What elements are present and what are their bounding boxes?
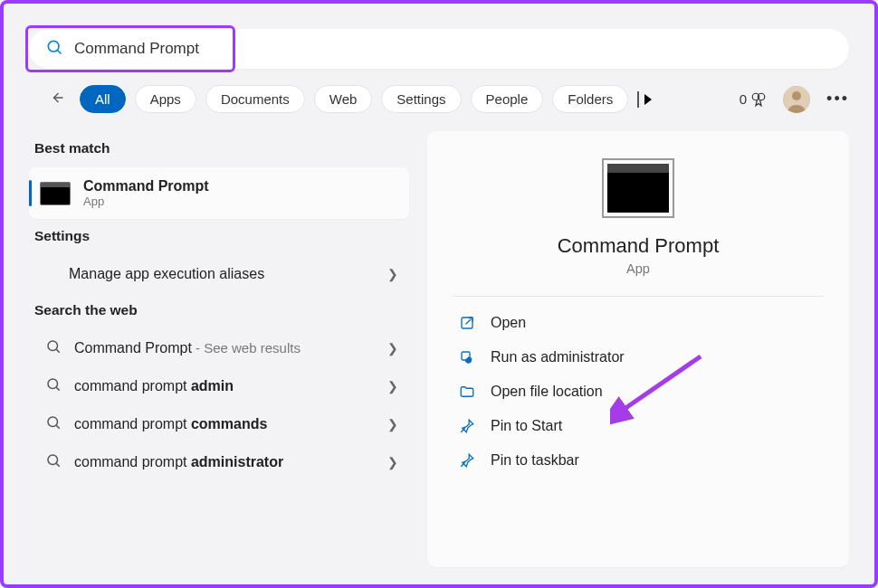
divider-icon <box>637 91 639 108</box>
svg-point-6 <box>48 341 58 351</box>
settings-item-label: Manage app execution aliases <box>69 266 264 282</box>
open-icon <box>458 315 476 331</box>
avatar[interactable] <box>783 86 810 113</box>
rewards-badge[interactable]: 0 <box>740 91 767 108</box>
svg-point-5 <box>792 91 801 100</box>
divider <box>453 296 824 297</box>
best-match-title: Command Prompt <box>83 178 209 194</box>
action-pin-start[interactable]: Pin to Start <box>453 409 824 443</box>
search-icon <box>45 338 62 358</box>
action-label: Open file location <box>491 384 603 400</box>
svg-point-8 <box>48 379 58 389</box>
command-prompt-icon <box>40 182 71 205</box>
svg-point-0 <box>48 41 59 52</box>
search-icon <box>45 414 62 434</box>
more-button[interactable]: ••• <box>826 90 849 109</box>
filter-settings[interactable]: Settings <box>381 85 461 113</box>
action-open[interactable]: Open <box>453 306 824 340</box>
shield-icon <box>458 349 476 365</box>
filter-row: All Apps Documents Web Settings People F… <box>4 85 874 113</box>
settings-header: Settings <box>29 219 409 255</box>
best-match-header: Best match <box>29 131 409 167</box>
action-pin-taskbar[interactable]: Pin to taskbar <box>453 443 824 478</box>
medal-icon <box>750 91 767 108</box>
action-open-location[interactable]: Open file location <box>453 375 824 409</box>
action-label: Pin to Start <box>491 418 562 434</box>
action-label: Open <box>491 315 526 331</box>
chevron-right-icon: ❯ <box>387 379 398 394</box>
filter-scroll-right[interactable] <box>637 91 652 108</box>
filter-web[interactable]: Web <box>314 85 373 113</box>
filter-all[interactable]: All <box>80 85 126 113</box>
action-label: Pin to taskbar <box>491 452 579 469</box>
results-panel: Best match Command Prompt App Settings M… <box>29 131 409 567</box>
chevron-right-icon: ❯ <box>387 455 398 469</box>
svg-line-9 <box>56 387 59 390</box>
pin-icon <box>458 452 476 469</box>
pin-icon <box>458 418 476 434</box>
web-header: Search the web <box>29 293 409 329</box>
detail-title: Command Prompt <box>558 234 720 258</box>
svg-line-1 <box>58 51 62 54</box>
svg-point-12 <box>48 455 58 465</box>
svg-line-13 <box>56 463 59 466</box>
search-icon <box>45 452 62 472</box>
search-bar[interactable] <box>29 29 849 69</box>
search-icon <box>45 38 63 60</box>
filter-folders[interactable]: Folders <box>552 85 628 113</box>
app-icon <box>602 158 674 218</box>
folder-icon <box>458 384 476 400</box>
detail-subtitle: App <box>626 261 650 276</box>
web-result-0[interactable]: Command Prompt - See web results ❯ <box>29 329 409 367</box>
detail-panel: Command Prompt App Open Run as administr… <box>427 131 849 567</box>
chevron-right-icon: ❯ <box>387 341 398 356</box>
best-match-subtitle: App <box>83 194 209 208</box>
action-run-admin[interactable]: Run as administrator <box>453 340 824 375</box>
best-match-result[interactable]: Command Prompt App <box>29 167 409 219</box>
search-icon <box>45 376 62 396</box>
svg-line-11 <box>56 425 59 428</box>
rewards-points: 0 <box>740 91 747 107</box>
filter-apps[interactable]: Apps <box>135 85 196 113</box>
svg-point-10 <box>48 417 58 427</box>
chevron-right-icon: ❯ <box>387 267 398 281</box>
svg-line-7 <box>56 349 59 352</box>
filter-people[interactable]: People <box>471 85 544 113</box>
web-result-3[interactable]: command prompt administrator ❯ <box>29 443 409 481</box>
search-input[interactable] <box>74 40 833 58</box>
web-result-2[interactable]: command prompt commands ❯ <box>29 405 409 443</box>
back-button[interactable] <box>47 89 65 110</box>
chevron-right-icon: ❯ <box>387 417 398 432</box>
play-icon <box>644 94 652 105</box>
web-result-1[interactable]: command prompt admin ❯ <box>29 367 409 405</box>
action-label: Run as administrator <box>491 349 625 365</box>
settings-item-aliases[interactable]: Manage app execution aliases ❯ <box>29 255 409 293</box>
filter-documents[interactable]: Documents <box>205 85 305 113</box>
